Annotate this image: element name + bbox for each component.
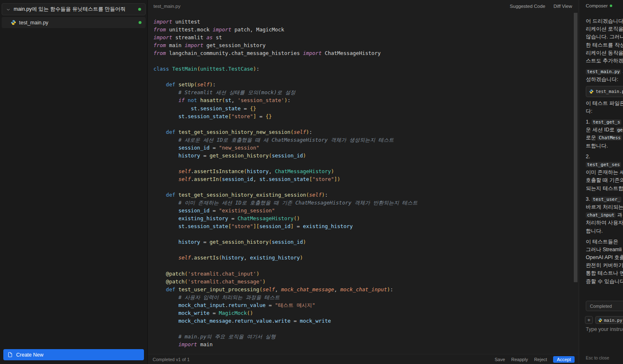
scrollbar-thumb[interactable] [574,13,577,282]
editor-pane: test_main.py Suggested Code Diff View im… [148,0,579,364]
reject-button[interactable]: Reject [534,357,547,362]
attachment-row: + main.py × [585,316,623,324]
chevron-down-icon [6,7,10,12]
add-attachment-button[interactable]: + [585,316,593,324]
status-text: Completed v1 of 1 [153,357,189,362]
python-file-icon [11,20,16,25]
editor-tabbar: test_main.py Suggested Code Diff View [148,0,579,12]
esc-hint: Esc to close [586,355,609,360]
sidebar-item-test-main-py[interactable]: test_main.py [2,17,146,28]
composer-header: Composer [579,0,623,12]
suggested-code-button[interactable]: Suggested Code [510,4,545,9]
composer-session-item[interactable]: main.py에 있는 함수들을 유닛테스트를 만들어줘 [2,3,146,15]
editor-statusbar: Completed v1 of 1 Save Reapply Reject Ac… [148,354,579,364]
create-new-label: Create New [16,352,43,358]
unsaved-dot [138,8,141,11]
attachment-chip-main-py[interactable]: main.py × [595,316,623,324]
editor-scrollbar[interactable] [574,13,577,352]
python-file-icon [589,89,594,94]
generated-file-chip[interactable]: test_main.py 1/ [586,86,623,97]
unsaved-dot [139,21,141,24]
accept-button[interactable]: Accept [553,356,575,363]
active-dot [610,5,612,7]
file-label: test_main.py [19,20,136,26]
code-editor[interactable]: import unittestfrom unittest.mock import… [148,12,573,354]
attachment-label: main.py [604,318,622,323]
save-button[interactable]: Save [495,357,505,362]
reapply-button[interactable]: Reapply [511,357,528,362]
composer-message-body[interactable]: 어 드리겠습니다리케이션 로직을않습니다. 그러나한 테스트를 작성리케이션 동… [579,12,623,297]
completed-status: Completed [586,301,623,311]
session-title: main.py에 있는 함수들을 유닛테스트를 만들어줘 [14,6,135,13]
composer-sidebar: main.py에 있는 함수들을 유닛테스트를 만들어줘 test_main.p… [0,0,148,364]
composer-text-main: 이 테스트 파일은다:1. test_get_s운 세션 ID로 ge로운 Ch… [586,100,623,285]
diff-view-button[interactable]: Diff View [554,4,572,9]
composer-text-top: 어 드리겠습니다리케이션 로직을않습니다. 그러나한 테스트를 작성리케이션 동… [586,17,623,84]
composer-panel: Composer 어 드리겠습니다리케이션 로직을않습니다. 그러나한 테스트를… [579,0,623,364]
composer-input[interactable] [586,326,623,332]
create-new-button[interactable]: Create New [3,349,144,360]
python-file-icon [598,318,602,322]
completed-label: Completed [590,304,612,309]
composer-title: Composer [586,3,608,8]
tab-test-main-py[interactable]: test_main.py [153,4,180,9]
new-file-icon [7,352,13,357]
chip-file-name: test_main.py [596,88,623,95]
